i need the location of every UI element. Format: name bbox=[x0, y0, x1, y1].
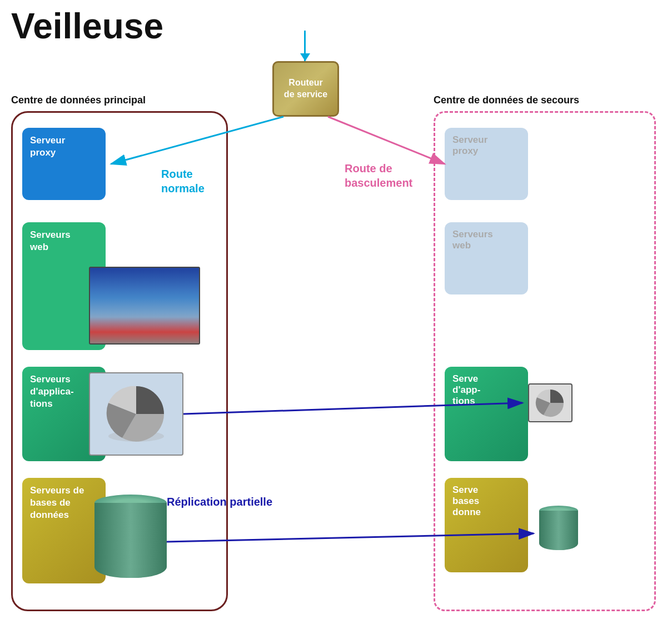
routeur-service-box: Routeurde service bbox=[272, 61, 339, 117]
incoming-arrow bbox=[304, 31, 306, 61]
secondary-pie-chart bbox=[528, 383, 573, 422]
main-datacenter-label: Centre de données principal bbox=[11, 94, 146, 106]
main-proxy-server: Serveurproxy bbox=[22, 128, 106, 200]
secondary-datacenter-label: Centre de données de secours bbox=[434, 94, 579, 106]
main-db-cylinder bbox=[94, 495, 167, 578]
route-basculement-label: Route debasculement bbox=[345, 161, 412, 190]
secondary-db-cylinder bbox=[539, 506, 578, 550]
secondary-web-servers: Serveursweb bbox=[445, 222, 528, 294]
routeur-label: Routeurde service bbox=[284, 77, 327, 101]
main-pie-chart bbox=[89, 372, 183, 456]
replication-label: Réplication partielle bbox=[167, 495, 272, 509]
secondary-proxy-server: Serveurproxy bbox=[445, 128, 528, 200]
web-screenshot-thumbnail bbox=[89, 267, 200, 345]
secondary-app-servers: Served'app-tions bbox=[445, 367, 528, 461]
main-db-servers: Serveurs debases dedonnées bbox=[22, 478, 106, 583]
secondary-db-servers: Servebasesdonne bbox=[445, 478, 528, 572]
page-title: Veilleuse bbox=[11, 6, 163, 47]
route-normale-label: Routenormale bbox=[161, 167, 205, 196]
svg-line-5 bbox=[328, 117, 445, 164]
